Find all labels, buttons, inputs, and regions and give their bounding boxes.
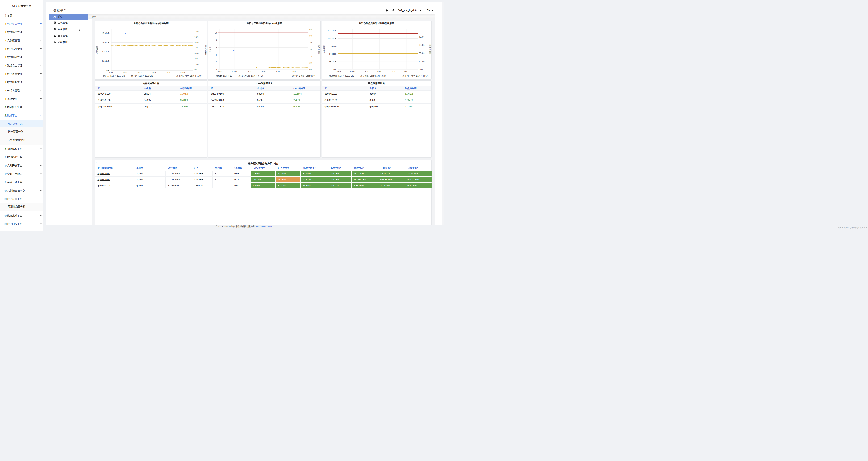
svg-text:30%: 30% bbox=[194, 52, 198, 54]
svg-text:4: 4 bbox=[216, 54, 217, 56]
svg-text:50%: 50% bbox=[194, 41, 198, 44]
svg-text:总核数 Last *: 10: 总核数 Last *: 10 bbox=[216, 75, 232, 77]
svg-text:总平均使用率 Last *: 3%: 总平均使用率 Last *: 3% bbox=[292, 75, 315, 77]
svg-text:10:50: 10:50 bbox=[404, 71, 409, 73]
svg-text:总负载: 总负载 bbox=[209, 46, 211, 53]
svg-text:465.7 GiB: 465.7 GiB bbox=[328, 30, 336, 32]
svg-text:2%: 2% bbox=[309, 55, 312, 57]
svg-text:总磁盘量: 总磁盘量 bbox=[323, 45, 325, 54]
svg-text:0: 0 bbox=[216, 68, 217, 70]
svg-text:10:30: 10:30 bbox=[123, 72, 128, 74]
svg-text:10:35: 10:35 bbox=[363, 71, 368, 73]
svg-text:70%: 70% bbox=[194, 30, 198, 32]
svg-text:10:50: 10:50 bbox=[290, 71, 296, 73]
svg-text:3%: 3% bbox=[309, 49, 312, 51]
svg-text:6%: 6% bbox=[309, 28, 312, 30]
svg-text:10:35: 10:35 bbox=[137, 72, 142, 74]
svg-text:0.0 B: 0.0 B bbox=[332, 68, 336, 70]
svg-text:4%: 4% bbox=[309, 42, 312, 44]
svg-text:总已用 Last *: 12.3 GiB: 总已用 Last *: 12.3 GiB bbox=[131, 75, 153, 77]
svg-text:60%: 60% bbox=[194, 36, 198, 38]
svg-text:总平均使用率 Last *: 66.8%: 总平均使用率 Last *: 66.8% bbox=[176, 75, 203, 77]
svg-text:372.5 GiB: 372.5 GiB bbox=[328, 37, 336, 39]
svg-text:10:45: 10:45 bbox=[165, 72, 170, 74]
svg-text:0.0%: 0.0% bbox=[419, 68, 423, 70]
svg-text:2: 2 bbox=[216, 61, 217, 63]
svg-text:20%: 20% bbox=[194, 58, 198, 60]
svg-text:10.0%: 10.0% bbox=[419, 60, 425, 62]
svg-text:集群总负载与集群平均CPU使用率: 集群总负载与集群平均CPU使用率 bbox=[246, 22, 282, 25]
svg-text:186.3 GiB: 186.3 GiB bbox=[328, 53, 336, 55]
svg-text:10:30: 10:30 bbox=[232, 71, 237, 73]
svg-text:总内存 Last *: 18.6 GiB: 总内存 Last *: 18.6 GiB bbox=[103, 75, 125, 77]
svg-text:平均使用率: 平均使用率 bbox=[429, 44, 431, 54]
svg-text:6: 6 bbox=[216, 47, 217, 49]
svg-text:9.31 GiB: 9.31 GiB bbox=[101, 51, 110, 53]
svg-text:8: 8 bbox=[216, 39, 217, 41]
svg-text:18.6 GiB: 18.6 GiB bbox=[101, 32, 110, 34]
svg-text:总5分钟负载 Last *: 0.410: 总5分钟负载 Last *: 0.410 bbox=[238, 75, 263, 77]
svg-text:平均使用率: 平均使用率 bbox=[205, 45, 207, 55]
svg-text:总磁盘量 Last *: 432.5 GiB: 总磁盘量 Last *: 432.5 GiB bbox=[329, 75, 354, 77]
svg-text:10:25: 10:25 bbox=[336, 71, 341, 73]
svg-text:10:45: 10:45 bbox=[391, 71, 396, 73]
svg-text:10:25: 10:25 bbox=[217, 71, 222, 73]
svg-text:20.0%: 20.0% bbox=[419, 52, 425, 54]
svg-text:0%: 0% bbox=[309, 68, 312, 71]
svg-text:10:30: 10:30 bbox=[350, 71, 355, 73]
svg-text:0 B: 0 B bbox=[106, 69, 110, 71]
svg-text:集群总内存与集群平均内存使用率: 集群总内存与集群平均内存使用率 bbox=[133, 22, 168, 25]
svg-text:平均使用率: 平均使用率 bbox=[318, 44, 320, 54]
svg-text:10%: 10% bbox=[194, 63, 198, 65]
svg-text:总内存量: 总内存量 bbox=[96, 46, 98, 54]
svg-text:总平均使用率 Last *: 44.5%: 总平均使用率 Last *: 44.5% bbox=[402, 75, 429, 77]
svg-text:40.0%: 40.0% bbox=[419, 36, 425, 38]
svg-text:10: 10 bbox=[215, 32, 217, 34]
svg-text:10:50: 10:50 bbox=[180, 72, 185, 74]
svg-text:10:40: 10:40 bbox=[377, 71, 382, 73]
svg-text:279.4 GiB: 279.4 GiB bbox=[328, 45, 336, 47]
svg-text:40%: 40% bbox=[194, 47, 198, 49]
svg-text:总使用量 Last *: 184.6 GiB: 总使用量 Last *: 184.6 GiB bbox=[360, 75, 385, 77]
svg-text:10:40: 10:40 bbox=[261, 71, 266, 73]
svg-text:5%: 5% bbox=[309, 35, 312, 37]
svg-text:93.1 GiB: 93.1 GiB bbox=[329, 61, 336, 63]
svg-text:4.66 GiB: 4.66 GiB bbox=[101, 60, 110, 62]
svg-text:14.0 GiB: 14.0 GiB bbox=[101, 41, 110, 44]
svg-text:集群总磁盘与集群平均磁盘使用率: 集群总磁盘与集群平均磁盘使用率 bbox=[359, 22, 394, 25]
svg-text:30.0%: 30.0% bbox=[419, 44, 425, 46]
svg-text:10:45: 10:45 bbox=[276, 71, 281, 73]
svg-text:10:40: 10:40 bbox=[151, 72, 156, 74]
svg-text:0%: 0% bbox=[194, 68, 197, 71]
svg-text:1%: 1% bbox=[309, 62, 312, 64]
svg-text:10:25: 10:25 bbox=[109, 72, 114, 74]
svg-text:10:35: 10:35 bbox=[247, 71, 252, 73]
